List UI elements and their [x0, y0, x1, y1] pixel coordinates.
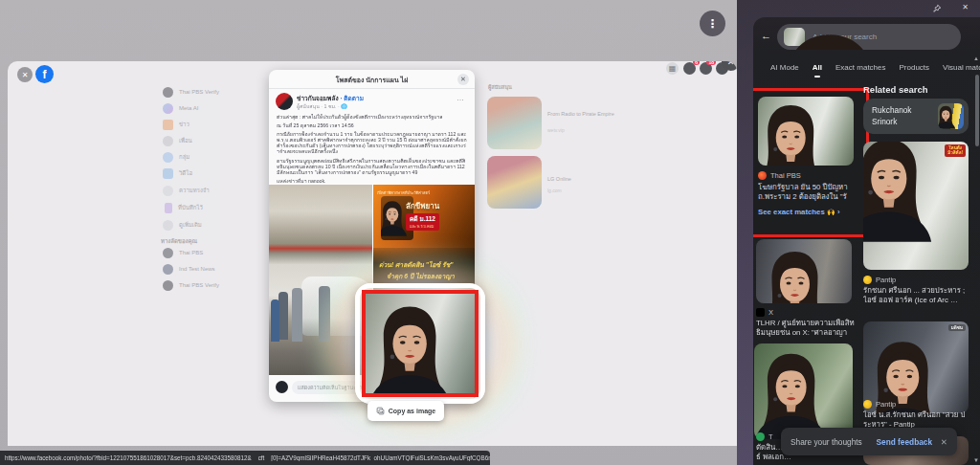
memories-icon [163, 186, 173, 196]
friends-icon [163, 136, 173, 146]
tab-exact-matches[interactable]: Exact matches [835, 63, 885, 78]
sidebar-shortcut[interactable]: Ind Test News [163, 263, 215, 275]
pin-icon[interactable] [932, 4, 942, 13]
sidebar-item[interactable]: ดูเพิ่มเติม [163, 219, 202, 231]
selection-annotation-box [362, 290, 479, 397]
result-title[interactable]: ไอซ์ น.ส.รักชนก ศรีนอก "สวย ประหาร" - Pa… [863, 410, 969, 430]
image-badge: มติชน [948, 324, 966, 331]
lens-side-region: ✕ ← Add to your search AI Mode All Exact… [737, 0, 980, 465]
news-top-text: เปิดคำพิพากษาคดีประวัติศาสตร์ [377, 189, 430, 196]
globe-icon: 🌐 [341, 103, 347, 109]
sidebar-item[interactable]: เพื่อน [163, 135, 192, 146]
lens-results-panel: ← Add to your search AI Mode All Exact m… [753, 17, 980, 465]
facebook-logo[interactable]: f [35, 65, 54, 83]
notifications-badge: 18 [706, 61, 716, 65]
scrollbar-thumb[interactable] [975, 75, 979, 146]
notifications-bell-icon[interactable]: 18 [700, 62, 712, 75]
result-source: X [756, 308, 773, 317]
scroll-up-icon[interactable]: ▲ [973, 55, 979, 61]
post-body: ด่วนล่าสุด : ศาลไม่ให้ประกันตัวผู้ต้องขั… [277, 114, 467, 184]
copy-as-image-button[interactable]: Copy as image [368, 401, 444, 421]
result-title[interactable]: รักชนก ศรีนอก ... สวยประหาร ; ไอซ์ ออฟ อ… [863, 286, 969, 306]
result-image[interactable]: โหนดังมิวสิคัล! [863, 142, 969, 270]
avatar [163, 248, 173, 258]
commenter-avatar [276, 381, 288, 393]
screenshot-root: ✕ f Thai PBS Verify Meta AI ข่าว เพื่อน … [0, 0, 980, 465]
result-card-highlighted[interactable]: Thai PBS โฆษกรัฐบาล ยัน 50 ปีปัญหา ถ.พระ… [753, 88, 869, 237]
related-search-heading: Related search [863, 84, 928, 95]
ad-image[interactable] [487, 97, 542, 149]
shortcuts-heading: ทางลัดของคุณ [161, 236, 197, 246]
browser-status-bar: https://www.facebook.com/photo/?fbid=122… [0, 451, 490, 465]
back-arrow-icon[interactable]: ← [761, 30, 771, 41]
sidebar-item[interactable]: วิดีโอ [163, 167, 192, 179]
sidebar-shortcut[interactable]: Thai PBS [163, 247, 203, 258]
avatar [163, 280, 173, 291]
post-meta: ผู้สนับสนุน · 1 ชม. · 🌐 [297, 102, 347, 110]
page-avatar[interactable] [276, 93, 293, 110]
lens-options-icon[interactable]: ⋮ [700, 11, 725, 36]
follow-link[interactable]: · ติดตาม [340, 95, 364, 101]
flag-icon [163, 120, 173, 130]
ad-title[interactable]: From Radio to Pirate Empire [547, 111, 672, 118]
news-headline: ลักขีพยาน [406, 200, 439, 212]
tab-products[interactable]: Products [900, 63, 930, 78]
chevron-down-icon [163, 220, 173, 231]
sidebar-item[interactable]: ความทรงจำ [163, 185, 210, 196]
photo-viewer-close-button[interactable]: ✕ [17, 67, 33, 82]
entity-thumbnail [938, 103, 964, 129]
bookmark-icon [165, 203, 172, 213]
scroll-down-icon[interactable]: ▼ [973, 457, 979, 463]
result-source: T [756, 432, 773, 441]
image-badge: โหนดังมิวสิคัล! [945, 144, 966, 157]
ad-image[interactable] [487, 156, 542, 209]
groups-icon [163, 152, 173, 163]
ad-domain: lg.com [547, 188, 562, 193]
lens-selection-frame[interactable] [355, 283, 485, 404]
send-feedback-link[interactable]: Send feedback [877, 437, 933, 447]
avatar [163, 264, 173, 275]
pantip-favicon [863, 276, 872, 284]
news-case-badge: คดี ม.112และ พ.ร.บ.คอม [406, 213, 439, 231]
sidebar-shortcut[interactable]: Thai PBS Verify [163, 279, 219, 291]
pedestrian-shape [292, 288, 302, 342]
lens-tabs: AI Mode All Exact matches Products Visua… [770, 63, 980, 78]
sidebar-item[interactable]: Meta AI [163, 102, 198, 114]
sidebar-item[interactable]: Thai PBS Verify [163, 86, 219, 98]
tab-all[interactable]: All [813, 63, 822, 78]
result-title[interactable]: TLHR / ศูนย์ทนายความเพื่อสิทธิมนุษยชน on… [756, 319, 856, 339]
panel-close-icon[interactable]: ✕ [962, 3, 969, 11]
sidebar-item[interactable]: กลุ่ม [163, 151, 189, 163]
pedestrian-shape [271, 299, 279, 342]
feedback-toast: Share your thoughts Send feedback ✕ [781, 428, 957, 455]
see-exact-matches-link[interactable]: See exact matches 🙌 › [758, 208, 839, 216]
apps-grid-icon[interactable]: ▦ [666, 62, 679, 75]
ad-title[interactable]: LG Online [547, 176, 672, 183]
pantip-favicon [863, 400, 872, 409]
sidebar-item[interactable]: ข่าว [163, 119, 189, 130]
feedback-prompt: Share your thoughts [791, 437, 862, 447]
result-image[interactable] [754, 343, 853, 439]
messenger-icon[interactable]: 6 [683, 62, 696, 75]
toast-close-icon[interactable]: ✕ [941, 437, 947, 447]
avatar [163, 87, 173, 98]
post-modal-title: โพสต์ของ นักการแผน ไผ่ [269, 75, 475, 85]
meta-ai-icon [163, 103, 173, 114]
result-title[interactable]: โฆษกรัฐบาล ยัน 50 ปีปัญหา ถ.พระราม 2 ต้อ… [758, 183, 857, 203]
sponsored-heading: ผู้สนับสนุน [488, 84, 612, 91]
result-source: Pantip [863, 400, 896, 409]
pedestrian-shape [278, 292, 288, 340]
lens-search-bar[interactable]: Add to your search [777, 24, 961, 50]
modal-close-icon[interactable]: ✕ [457, 74, 469, 85]
result-image[interactable] [758, 97, 854, 166]
copy-image-icon [376, 407, 385, 415]
source-favicon [756, 432, 765, 441]
status-url: https://www.facebook.com/photo/?fbid=122… [5, 454, 490, 461]
tab-ai-mode[interactable]: AI Mode [770, 63, 799, 78]
x-favicon [756, 308, 765, 317]
sidebar-item[interactable]: ที่บันทึกไว้ [163, 202, 203, 213]
result-image[interactable] [756, 239, 852, 303]
query-image-thumbnail [784, 28, 805, 46]
post-more-icon[interactable]: … [457, 94, 465, 102]
related-entity-chip[interactable]: RukchanokSrinork [863, 99, 969, 134]
